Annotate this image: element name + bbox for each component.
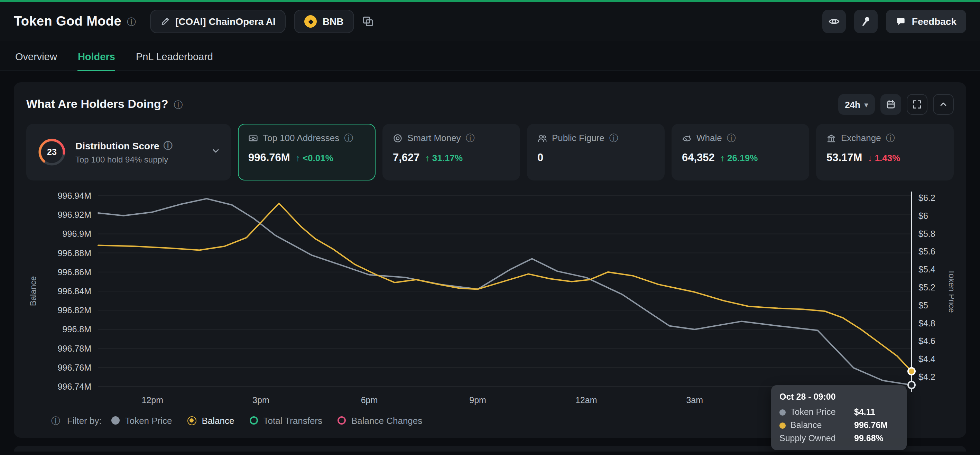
filter-token-price[interactable]: Token Price: [111, 415, 172, 426]
token-price-line: [98, 199, 912, 385]
svg-text:$6: $6: [918, 211, 928, 221]
stat-card-whale[interactable]: Whaleⓘ64,352↑ 26.19%: [671, 124, 809, 180]
legend-dot: [780, 409, 786, 415]
hover-balance-dot: [908, 368, 915, 375]
collapse-button[interactable]: [933, 94, 954, 115]
whale-icon: [682, 133, 692, 143]
stat-label: Public Figure: [552, 133, 605, 143]
filter-total-transfers[interactable]: Total Transfers: [250, 415, 323, 426]
svg-text:996.8M: 996.8M: [63, 324, 91, 334]
distribution-score-card[interactable]: 23 Distribution Score ⓘ Top 100 hold 94%…: [26, 124, 231, 180]
distribution-expand-chevron[interactable]: [211, 146, 221, 158]
svg-text:$5.8: $5.8: [918, 229, 935, 239]
svg-text:996.84M: 996.84M: [58, 286, 91, 296]
timeframe-dropdown[interactable]: 24h ▾: [838, 94, 875, 115]
token-selector-pill[interactable]: [COAI] ChainOpera AI: [150, 10, 286, 33]
svg-text:Balance: Balance: [29, 276, 38, 306]
fullscreen-icon: [912, 100, 922, 109]
pin-icon: [861, 16, 872, 27]
stat-delta: ↑ 26.19%: [720, 153, 758, 163]
page-title: Token God Mode: [14, 14, 121, 29]
bnb-icon: ◆: [305, 15, 317, 28]
feedback-label: Feedback: [912, 16, 956, 27]
token-pill-label: [COAI] ChainOpera AI: [175, 16, 275, 27]
tooltip-value: 996.76M: [854, 420, 888, 430]
watchlist-button[interactable]: [822, 10, 846, 33]
filter-label: Balance Changes: [352, 415, 422, 426]
chain-selector-pill[interactable]: ◆ BNB: [294, 10, 354, 33]
tab-overview[interactable]: Overview: [15, 41, 57, 71]
filter-balance[interactable]: Balance: [188, 415, 234, 426]
svg-text:3pm: 3pm: [253, 395, 269, 405]
info-icon[interactable]: ⓘ: [727, 134, 736, 142]
holders-panel: What Are Holders Doing? ⓘ 24h ▾: [14, 82, 966, 438]
info-icon[interactable]: ⓘ: [466, 134, 475, 142]
tooltip-title: Oct 28 - 09:00: [780, 392, 898, 402]
y-axis-right: $6.2$6$5.8$5.6$5.4$5.2$5$4.8$4.6$4.4$4.2…: [918, 193, 954, 382]
fullscreen-button[interactable]: [907, 94, 928, 115]
pencil-icon: [160, 17, 170, 26]
info-icon[interactable]: ⓘ: [886, 134, 895, 142]
filter-label: Balance: [202, 415, 234, 426]
info-icon[interactable]: ⓘ: [127, 17, 136, 26]
svg-text:996.86M: 996.86M: [58, 267, 91, 277]
header: Token God Mode ⓘ [COAI] ChainOpera AI ◆ …: [0, 2, 980, 41]
svg-text:12pm: 12pm: [142, 395, 164, 405]
stat-label: Exchange: [841, 133, 881, 143]
tooltip-rows: Token Price$4.11Balance996.76MSupply Own…: [780, 407, 898, 443]
distribution-score-title: Distribution Score: [75, 140, 159, 151]
stats-row: 23 Distribution Score ⓘ Top 100 hold 94%…: [26, 124, 954, 180]
stat-card-exchange[interactable]: Exchangeⓘ53.17M↓ 1.43%: [816, 124, 954, 180]
legend-dot: [337, 416, 346, 425]
chart-canvas[interactable]: 996.94M996.92M996.9M996.88M996.86M996.84…: [26, 185, 954, 409]
eye-icon: [829, 16, 840, 27]
filter-label: Token Price: [125, 415, 172, 426]
svg-text:996.88M: 996.88M: [58, 248, 91, 258]
filter-items: Token PriceBalanceTotal TransfersBalance…: [111, 415, 423, 426]
legend-dot: [250, 416, 258, 425]
info-icon[interactable]: ⓘ: [609, 134, 618, 142]
tooltip-row-balance: Balance996.76M: [780, 420, 898, 430]
tooltip-row-supply-owned: Supply Owned99.68%: [780, 434, 898, 443]
calendar-icon: [886, 100, 896, 109]
stat-delta: ↑ 31.17%: [425, 153, 463, 163]
svg-text:$5: $5: [918, 301, 928, 310]
stat-value: 996.76M: [248, 151, 290, 164]
info-icon[interactable]: ⓘ: [164, 141, 173, 150]
stat-card-top-100-addresses[interactable]: Top 100 Addressesⓘ996.76M↑ <0.01%: [238, 124, 375, 180]
people-icon: [538, 133, 547, 143]
coin-icon: [393, 133, 402, 143]
legend-dot: [111, 416, 120, 425]
timeframe-value: 24h: [845, 99, 860, 110]
chain-pill-label: BNB: [323, 16, 344, 27]
pin-button[interactable]: [854, 10, 878, 33]
info-icon[interactable]: ⓘ: [174, 100, 183, 109]
info-icon[interactable]: ⓘ: [51, 416, 60, 425]
distribution-score-gauge: 23: [37, 137, 67, 167]
balance-line: [98, 203, 912, 371]
calendar-button[interactable]: [880, 94, 901, 115]
panel-header: What Are Holders Doing? ⓘ 24h ▾: [26, 93, 954, 116]
feedback-button[interactable]: Feedback: [886, 10, 966, 33]
chevron-down-icon: [211, 146, 221, 156]
svg-text:12am: 12am: [576, 395, 597, 405]
bank-icon: [826, 133, 836, 143]
info-icon[interactable]: ⓘ: [344, 134, 353, 142]
svg-text:$4.6: $4.6: [918, 336, 935, 346]
copy-address-button[interactable]: [363, 16, 374, 27]
tab-pnl-leaderboard[interactable]: PnL Leaderboard: [136, 41, 213, 71]
tooltip-label: Token Price: [791, 407, 836, 417]
svg-text:$4.4: $4.4: [918, 354, 935, 364]
svg-text:996.74M: 996.74M: [58, 382, 91, 391]
stat-value: 7,627: [393, 151, 420, 164]
holders-chart[interactable]: 996.94M996.92M996.9M996.88M996.86M996.84…: [26, 185, 954, 409]
filter-balance-changes[interactable]: Balance Changes: [337, 415, 422, 426]
stat-card-smart-money[interactable]: Smart Moneyⓘ7,627↑ 31.17%: [382, 124, 520, 180]
stat-card-public-figure[interactable]: Public Figureⓘ0: [527, 124, 665, 180]
svg-text:$5.4: $5.4: [918, 264, 935, 274]
stat-label: Smart Money: [407, 133, 461, 143]
tab-holders[interactable]: Holders: [78, 41, 115, 71]
distribution-score-value: 23: [37, 137, 67, 167]
legend-dot: [780, 422, 786, 428]
stat-delta: ↓ 1.43%: [868, 153, 900, 163]
